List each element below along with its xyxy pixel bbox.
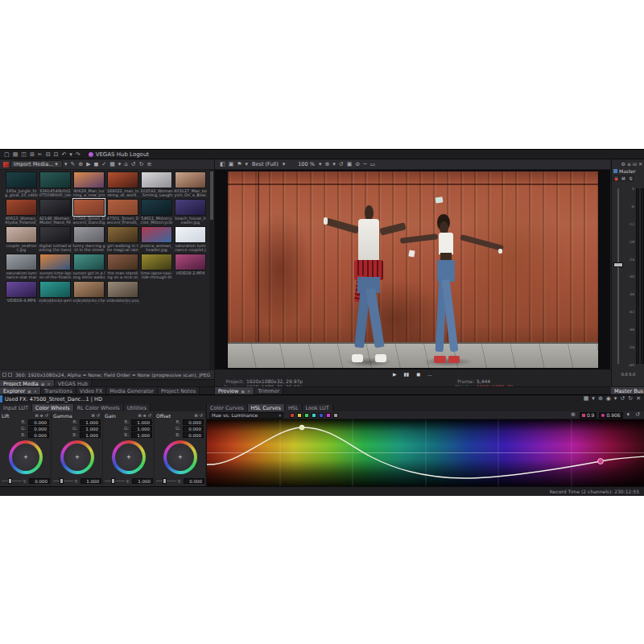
views-dropdown-icon[interactable]: ▾ (64, 161, 68, 168)
tab-hsl-curves[interactable]: HSL Curves (248, 404, 285, 411)
reset-icon[interactable]: ↺ (45, 412, 48, 419)
views-arrow-icon[interactable]: ▾ (118, 161, 122, 168)
tab-video-fx[interactable]: Video FX (76, 387, 106, 394)
y-slider-handle[interactable] (111, 478, 115, 484)
y-slider-handle[interactable] (8, 478, 12, 484)
close-icon[interactable]: ✕ (638, 160, 642, 167)
media-thumbnail[interactable] (141, 171, 172, 188)
media-thumbnail[interactable] (141, 254, 172, 270)
media-thumbnail[interactable] (6, 171, 37, 188)
media-thumbnail[interactable] (107, 254, 138, 270)
quality-dropdown-icon[interactable]: ▾ (283, 161, 286, 168)
target-icon[interactable]: ⊕ (571, 411, 576, 419)
media-thumbnail[interactable] (107, 199, 138, 216)
media-item[interactable]: videoblocks-aerial-of-friends-having-par… (39, 281, 72, 303)
r-value[interactable]: 0.000 (183, 419, 204, 425)
hue-swatch[interactable] (290, 413, 295, 418)
video-preview-area[interactable] (215, 170, 610, 369)
media-grid[interactable]: 195a_Jungle_fog_glow_10_sabberwok_2160..… (0, 170, 209, 303)
y-slider[interactable] (53, 481, 73, 481)
media-thumbnail[interactable] (141, 226, 172, 243)
media-item[interactable]: jessica_woman_header.jpg (140, 226, 173, 253)
hue-swatch[interactable] (304, 413, 309, 418)
bypass-icon[interactable]: ◉ (606, 395, 611, 402)
curve-mode-select[interactable]: Hue vs. Luminance ▾ (209, 412, 283, 419)
media-item[interactable]: beach_house_header.jpg (174, 199, 207, 225)
media-item[interactable]: digital nomad working (he lives) in a ca… (39, 226, 72, 253)
y-value[interactable]: 1.000 (132, 478, 153, 484)
target-icon[interactable]: ⊕ (40, 412, 43, 419)
pan-dropdown-icon[interactable]: ▾ (332, 161, 336, 168)
media-thumbnail[interactable] (107, 226, 138, 243)
import-dropdown-icon[interactable]: ▾ (55, 161, 58, 168)
media-item[interactable]: 202592_Woman_Smiling_Laughing_Projector_… (140, 171, 173, 198)
target-icon[interactable]: ⊕ (143, 412, 147, 419)
hue-luminance-curve-editor[interactable] (207, 419, 644, 486)
pause-button[interactable]: ▮▮ (404, 370, 410, 378)
reset-icon[interactable]: ↺ (200, 412, 203, 419)
open-project-icon[interactable]: ▤ (13, 151, 19, 159)
g-value[interactable]: 0.000 (183, 426, 204, 431)
media-item[interactable]: 636b4548b0d1075098fbf0_(des)-vhs_2160_..… (39, 171, 72, 198)
import-media-button[interactable]: Import Media... ▾ (10, 160, 63, 168)
link-icon[interactable]: ⊞ (195, 412, 198, 419)
media-thumbnail[interactable] (175, 226, 206, 243)
media-thumbnail[interactable] (39, 171, 71, 188)
b-value[interactable]: 0.000 (183, 432, 204, 438)
media-item[interactable]: the man standing on a rock ocean against… (106, 254, 139, 280)
close-icon[interactable]: ✕ (636, 395, 641, 402)
more-transport-icon[interactable]: … (427, 370, 432, 378)
dim-icon[interactable]: ⊟ (633, 160, 637, 167)
color-wheel[interactable]: + (112, 440, 146, 474)
gear-icon[interactable]: ⚙ (621, 160, 625, 167)
media-thumbnail[interactable] (175, 171, 206, 188)
mute-button[interactable]: M (621, 175, 626, 181)
media-thumbnail[interactable] (73, 281, 105, 298)
vegas-hub-logout-button[interactable]: VEGAS Hub Logout (89, 151, 149, 158)
r-value[interactable]: 1.000 (80, 419, 101, 425)
tab-preview[interactable]: Preview ▣ ✕ (215, 387, 254, 394)
tab-master-bus[interactable]: Master Bus (611, 387, 644, 394)
record-icon[interactable] (3, 162, 9, 167)
tab-transitions[interactable]: Transitions (41, 387, 76, 394)
media-thumbnail[interactable] (73, 226, 105, 243)
y-slider[interactable] (2, 481, 22, 481)
preview-play-icon[interactable]: ▶ (86, 161, 90, 168)
media-thumbnail[interactable] (141, 199, 172, 216)
media-item[interactable]: VIDEO8-2.MP4 (174, 254, 207, 280)
media-thumbnail[interactable] (107, 281, 138, 298)
media-item[interactable]: saturation-luminance-stat mark2.jpg (5, 254, 38, 280)
link-icon[interactable]: ⊞ (138, 412, 141, 419)
tab-media-generator[interactable]: Media Generator (106, 387, 158, 394)
media-item[interactable]: 189022_man_looking_at_word_and_writing_B… (106, 171, 139, 198)
solo-button[interactable]: S (628, 175, 634, 181)
animate-icon[interactable]: ⊕ (598, 395, 603, 402)
point-x-field[interactable]: 0.9 (580, 412, 597, 419)
color-wheel[interactable]: + (163, 440, 197, 474)
media-item[interactable]: sunset girl in a long dress walks in cal… (72, 254, 105, 280)
y-value[interactable]: 0.000 (184, 478, 204, 484)
media-thumbnail[interactable] (175, 254, 206, 270)
thumb-size-small-icon[interactable] (2, 373, 6, 377)
media-item[interactable]: couple_seafront.jpg (5, 226, 38, 253)
link-icon[interactable]: ⊞ (92, 412, 95, 419)
media-item[interactable]: 47500_Street_Dancers_Dancing_Shaka_Legs_… (72, 199, 105, 225)
thumb-size-large-icon[interactable] (8, 373, 12, 377)
media-item[interactable]: sunset-time-lapse-of-the-floating-torii-… (39, 254, 72, 280)
layout-dropdown-icon[interactable]: ▾ (592, 395, 595, 402)
hue-swatch[interactable] (319, 413, 324, 418)
capture-icon[interactable]: ⊕ (78, 161, 83, 168)
g-value[interactable]: 0.000 (28, 426, 49, 431)
cut-icon[interactable]: ✂ (38, 151, 43, 159)
media-thumbnail[interactable] (73, 254, 105, 270)
media-item[interactable]: saturation luminance couplet.jpg (174, 226, 207, 253)
list-icon[interactable]: ≡ (147, 161, 152, 168)
pan-icon[interactable]: ⊕ (324, 161, 329, 168)
project-properties-icon[interactable]: ◧ (220, 161, 225, 168)
save-project-icon[interactable]: ◫ (21, 151, 27, 159)
media-thumbnail[interactable] (39, 281, 71, 298)
back-icon[interactable]: ↺ (131, 161, 136, 168)
quality-arrow-icon[interactable]: ▾ (246, 161, 249, 168)
preview-quality-select[interactable]: Best (Full) (252, 161, 279, 167)
overlays-flag-icon[interactable]: ⚑ (237, 161, 242, 168)
